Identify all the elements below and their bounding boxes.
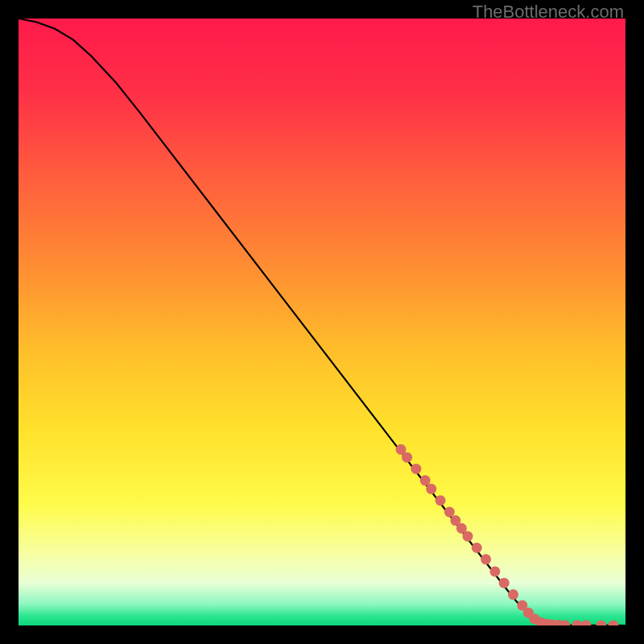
marker-point [508,589,518,600]
marker-point [481,554,491,564]
marker-point [402,452,412,463]
marker-point [499,578,510,588]
marker-point [436,495,446,506]
marker-point [411,464,421,474]
marker-point [420,475,431,485]
marker-point [444,507,455,518]
chart-plot [19,19,625,625]
marker-point [489,566,500,576]
watermark-text: TheBottleneck.com [473,2,624,23]
marker-point [426,484,436,494]
marker-point [462,531,473,542]
chart-background [19,19,625,625]
marker-point [472,543,482,553]
chart-frame [19,19,625,625]
